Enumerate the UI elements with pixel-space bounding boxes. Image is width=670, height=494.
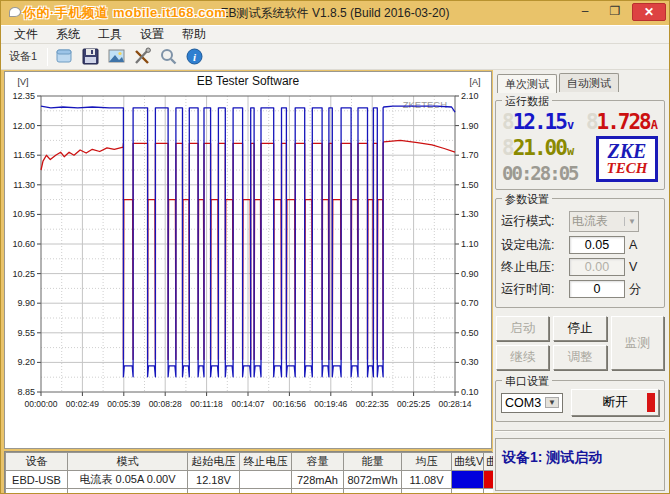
svg-text:00:14:07: 00:14:07 — [231, 399, 264, 409]
zoom-icon[interactable] — [159, 47, 178, 66]
adjust-button[interactable]: 调整 — [553, 345, 606, 370]
param-input-2[interactable]: 0.00 — [569, 258, 625, 276]
start-button[interactable]: 启动 — [496, 316, 549, 341]
menu-item-文件[interactable]: 文件 — [5, 24, 47, 45]
menu-item-系统[interactable]: 系统 — [47, 24, 89, 45]
param-label: 运行时间: — [501, 281, 565, 298]
results-table: 设备模式起始电压终止电压容量能量均压曲线V曲线AEBD-USB电流表 0.05A… — [5, 452, 516, 494]
svg-text:[A]: [A] — [469, 77, 480, 87]
param-unit: V — [629, 260, 637, 274]
svg-text:00:05:39: 00:05:39 — [107, 399, 140, 409]
tools-icon[interactable] — [133, 47, 152, 66]
table-cell: 11.08V — [402, 471, 452, 489]
svg-text:1.90: 1.90 — [461, 121, 479, 131]
svg-text:1.30: 1.30 — [461, 209, 479, 219]
svg-text:11.65: 11.65 — [13, 150, 35, 160]
divider — [495, 430, 665, 432]
test-tabs: 单次测试 自动测试 — [497, 73, 665, 92]
svg-text:0.30: 0.30 — [461, 357, 479, 367]
table-cell: 12.18V — [188, 471, 240, 489]
params-label: 参数设置 — [502, 192, 552, 207]
svg-text:10.25: 10.25 — [12, 269, 35, 279]
table-row[interactable]: EBD-USB电流表 0.05A 0.00V12.18V728mAh8072mW… — [6, 471, 516, 489]
column-header: 曲线V — [452, 453, 484, 471]
svg-text:[V]: [V] — [17, 77, 28, 87]
param-label: 运行模式: — [501, 213, 565, 230]
param-row-3: 运行时间:0分 — [501, 280, 659, 298]
params-group: 参数设置 运行模式:电流表▼设定电流:0.05A终止电压:0.00V运行时间:0… — [495, 198, 665, 308]
svg-text:1.50: 1.50 — [461, 180, 479, 190]
resume-button[interactable]: 继续 — [496, 345, 549, 370]
device-tab[interactable]: 设备1 — [6, 47, 40, 66]
table-cell — [402, 489, 452, 494]
tab-single-test[interactable]: 单次测试 — [497, 74, 557, 93]
column-header: 能量 — [344, 453, 402, 471]
svg-text:0.10: 0.10 — [461, 387, 479, 397]
voltage-readout: 812.15v — [502, 110, 574, 134]
column-header: 容量 — [292, 453, 344, 471]
svg-text:00:19:46: 00:19:46 — [314, 399, 347, 409]
maximize-button[interactable]: ❐ — [602, 3, 628, 21]
column-header: 均压 — [402, 453, 452, 471]
chevron-down-icon: ▼ — [545, 397, 559, 408]
curve-v-swatch — [452, 471, 484, 489]
side-panel: 单次测试 自动测试 运行数据 812.15v 81.728A 821.00w 0… — [493, 70, 669, 494]
svg-text:9.55: 9.55 — [17, 328, 35, 338]
info-icon[interactable]: i — [185, 47, 204, 66]
image-icon[interactable] — [107, 47, 126, 66]
svg-text:1.10: 1.10 — [461, 239, 479, 249]
svg-text:0.70: 0.70 — [461, 298, 479, 308]
table-cell — [240, 471, 292, 489]
param-row-0: 运行模式:电流表▼ — [501, 211, 659, 232]
new-icon[interactable] — [55, 47, 74, 66]
svg-text:00:16:56: 00:16:56 — [273, 399, 306, 409]
menu-item-工具[interactable]: 工具 — [89, 24, 131, 45]
column-header: 起始电压 — [188, 453, 240, 471]
table-cell: EBD-USB — [6, 471, 68, 489]
device-status-text: 设备1: 测试启动 — [502, 449, 602, 465]
table-cell: 728mAh — [292, 471, 344, 489]
device-status-box: 设备1: 测试启动 — [495, 438, 665, 491]
minimize-button[interactable]: – — [572, 3, 598, 21]
table-cell — [292, 489, 344, 494]
monitor-button[interactable]: 监测 — [611, 316, 664, 370]
menu-item-帮助[interactable]: 帮助 — [173, 24, 215, 45]
svg-text:9.90: 9.90 — [17, 298, 35, 308]
discharge-chart: EB Tester Software[V][A]12.3512.0011.651… — [5, 72, 491, 444]
run-data-group: 运行数据 812.15v 81.728A 821.00w 00:28:05 ZK… — [495, 100, 665, 190]
toolbar: 设备1 i — [1, 44, 669, 70]
serial-group: 串口设置 COM3▼ 断开 — [495, 380, 665, 422]
com-port-select[interactable]: COM3▼ — [501, 393, 563, 413]
column-header: 终止电压 — [240, 453, 292, 471]
menu-item-设置[interactable]: 设置 — [131, 24, 173, 45]
zke-tech-logo: ZKE TECH — [596, 136, 658, 182]
svg-text:9.20: 9.20 — [17, 357, 35, 367]
svg-text:8.85: 8.85 — [17, 387, 35, 397]
svg-text:00:02:49: 00:02:49 — [66, 399, 99, 409]
table-row[interactable] — [6, 489, 516, 494]
param-label: 设定电流: — [501, 237, 565, 254]
param-input-1[interactable]: 0.05 — [569, 236, 625, 254]
svg-text:00:00:00: 00:00:00 — [24, 399, 57, 409]
run-mode-select[interactable]: 电流表▼ — [569, 211, 639, 232]
bubble-icon — [9, 7, 21, 17]
svg-text:0.50: 0.50 — [461, 328, 479, 338]
chevron-down-icon: ▼ — [624, 217, 636, 226]
save-icon[interactable] — [81, 47, 100, 66]
svg-text:00:11:18: 00:11:18 — [190, 399, 223, 409]
disconnect-button[interactable]: 断开 — [571, 389, 659, 416]
svg-text:12.35: 12.35 — [12, 91, 35, 101]
chart-panel: EB Tester Software[V][A]12.3512.0011.651… — [4, 71, 492, 449]
tab-auto-test[interactable]: 自动测试 — [559, 73, 619, 92]
close-button[interactable]: ✕ — [632, 3, 666, 21]
table-cell — [188, 489, 240, 494]
current-readout: 81.728A — [586, 110, 658, 134]
menu-bar: 文件系统工具设置帮助 — [1, 25, 669, 44]
title-bar[interactable]: 你的·手机频道 mobile.it168.com EB测试系统软件 V1.8.5… — [1, 1, 669, 25]
svg-text:12.00: 12.00 — [12, 121, 35, 131]
svg-text:00:28:14: 00:28:14 — [438, 399, 471, 409]
param-unit: A — [629, 238, 637, 252]
param-input-3[interactable]: 0 — [569, 280, 625, 298]
stop-button[interactable]: 停止 — [553, 316, 606, 341]
param-row-2: 终止电压:0.00V — [501, 258, 659, 276]
